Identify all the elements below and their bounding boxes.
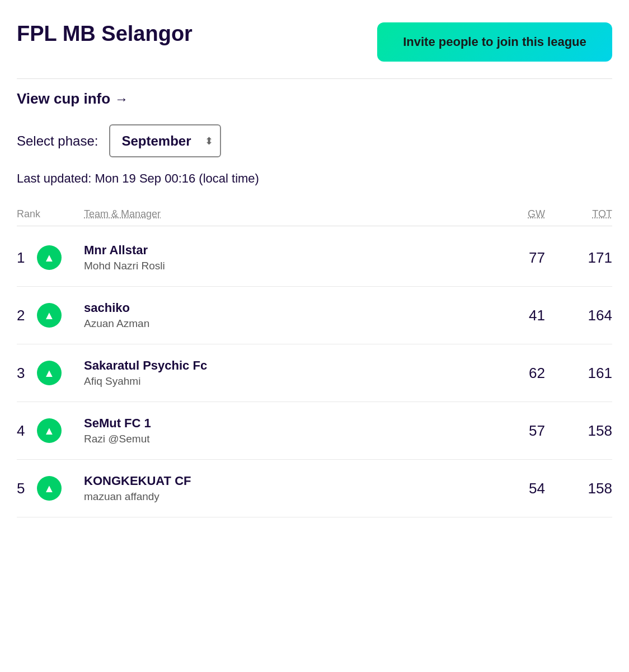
team-cell: SeMut FC 1 Razi @Semut <box>84 416 478 445</box>
team-cell: Mnr Allstar Mohd Nazri Rosli <box>84 243 478 272</box>
table-row[interactable]: 4 ▲ SeMut FC 1 Razi @Semut 57 158 <box>17 402 612 460</box>
table-row[interactable]: 1 ▲ Mnr Allstar Mohd Nazri Rosli 77 171 <box>17 229 612 287</box>
league-title: FPL MB Selangor <box>17 22 193 46</box>
table-row[interactable]: 3 ▲ Sakaratul Psychic Fc Afiq Syahmi 62 … <box>17 344 612 402</box>
trend-icon: ▲ <box>44 309 55 322</box>
table-row[interactable]: 5 ▲ KONGKEKUAT CF mazuan affandy 54 158 <box>17 460 612 517</box>
trend-badge: ▲ <box>37 303 62 328</box>
tot-score: 158 <box>545 422 612 440</box>
tot-score: 164 <box>545 307 612 324</box>
team-name: Sakaratul Psychic Fc <box>84 358 478 373</box>
rank-number: 3 <box>17 365 28 382</box>
column-gw: GW <box>478 208 545 220</box>
team-name: Mnr Allstar <box>84 243 478 258</box>
rank-number: 1 <box>17 249 28 267</box>
trend-badge: ▲ <box>37 245 62 270</box>
team-name: KONGKEKUAT CF <box>84 474 478 488</box>
column-team-manager: Team & Manager <box>84 208 478 220</box>
gw-score: 41 <box>478 307 545 324</box>
rank-cell: 4 ▲ <box>17 418 84 443</box>
team-cell: KONGKEKUAT CF mazuan affandy <box>84 474 478 503</box>
rank-cell: 3 ▲ <box>17 361 84 385</box>
rank-cell: 5 ▲ <box>17 476 84 501</box>
last-updated: Last updated: Mon 19 Sep 00:16 (local ti… <box>17 171 612 186</box>
tot-score: 158 <box>545 480 612 497</box>
rank-number: 4 <box>17 422 28 440</box>
manager-name: Mohd Nazri Rosli <box>84 260 478 272</box>
invite-button[interactable]: Invite people to join this league <box>377 22 612 62</box>
manager-name: Razi @Semut <box>84 433 478 445</box>
trend-icon: ▲ <box>44 251 55 264</box>
rank-cell: 2 ▲ <box>17 303 84 328</box>
team-cell: Sakaratul Psychic Fc Afiq Syahmi <box>84 358 478 388</box>
gw-score: 54 <box>478 480 545 497</box>
view-cup-info-link[interactable]: View cup info → <box>17 90 128 108</box>
leaderboard-table: 1 ▲ Mnr Allstar Mohd Nazri Rosli 77 171 … <box>17 229 612 517</box>
trend-badge: ▲ <box>37 418 62 443</box>
trend-badge: ▲ <box>37 476 62 501</box>
trend-icon: ▲ <box>44 367 55 380</box>
phase-select-wrapper: August September October <box>109 124 221 157</box>
page-header: FPL MB Selangor Invite people to join th… <box>17 22 612 62</box>
table-row[interactable]: 2 ▲ sachiko Azuan Azman 41 164 <box>17 287 612 344</box>
header-divider <box>17 78 612 79</box>
gw-score: 77 <box>478 249 545 267</box>
manager-name: Afiq Syahmi <box>84 375 478 388</box>
view-cup-info-label: View cup info <box>17 90 110 108</box>
trend-badge: ▲ <box>37 361 62 385</box>
manager-name: Azuan Azman <box>84 318 478 330</box>
rank-number: 2 <box>17 307 28 324</box>
table-header: Rank Team & Manager GW TOT <box>17 203 612 226</box>
trend-icon: ▲ <box>44 482 55 495</box>
phase-select[interactable]: August September October <box>109 124 221 157</box>
arrow-icon: → <box>115 91 128 107</box>
phase-label: Select phase: <box>17 133 98 149</box>
gw-score: 57 <box>478 422 545 440</box>
rank-cell: 1 ▲ <box>17 245 84 270</box>
column-tot: TOT <box>545 208 612 220</box>
trend-icon: ▲ <box>44 424 55 437</box>
team-name: SeMut FC 1 <box>84 416 478 431</box>
tot-score: 171 <box>545 249 612 267</box>
gw-score: 62 <box>478 365 545 382</box>
team-name: sachiko <box>84 301 478 315</box>
manager-name: mazuan affandy <box>84 491 478 503</box>
team-cell: sachiko Azuan Azman <box>84 301 478 330</box>
column-rank: Rank <box>17 208 84 220</box>
rank-number: 5 <box>17 480 28 497</box>
tot-score: 161 <box>545 365 612 382</box>
phase-selector: Select phase: August September October <box>17 124 612 157</box>
